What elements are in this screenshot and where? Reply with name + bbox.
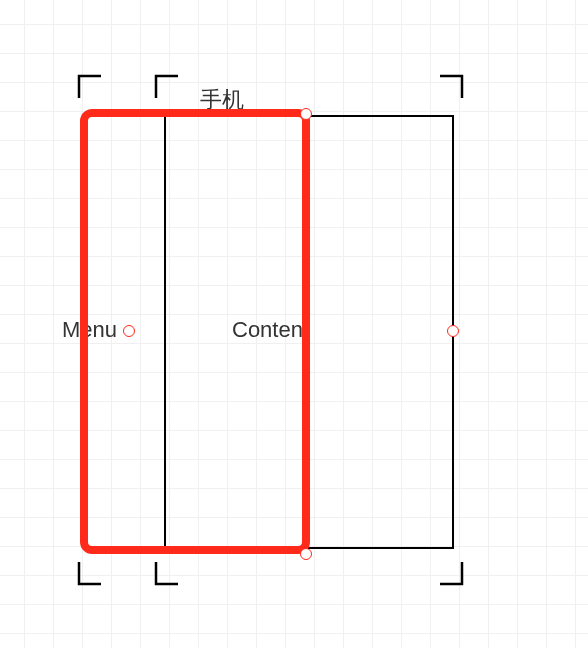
- corner-tick-icon: [438, 560, 468, 590]
- diagram-canvas[interactable]: 手机 Menu Content: [0, 0, 588, 648]
- resize-handle-top[interactable]: [300, 108, 312, 120]
- corner-tick-icon: [73, 560, 103, 590]
- corner-tick-icon: [73, 70, 103, 100]
- selection-highlight[interactable]: [80, 109, 310, 554]
- corner-tick-icon: [438, 70, 468, 100]
- resize-handle-left[interactable]: [123, 325, 135, 337]
- resize-handle-right[interactable]: [447, 325, 459, 337]
- corner-tick-icon: [150, 560, 180, 590]
- resize-handle-bottom[interactable]: [300, 548, 312, 560]
- corner-tick-icon: [150, 70, 180, 100]
